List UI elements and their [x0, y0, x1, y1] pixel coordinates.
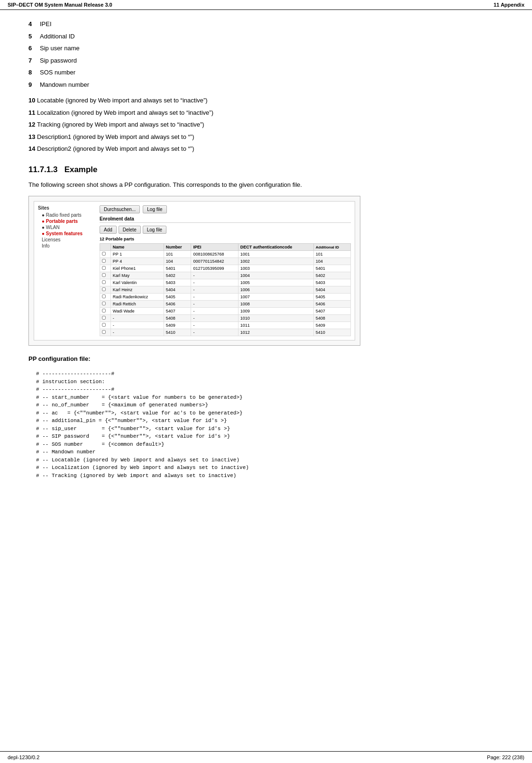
bold-num-11: 11 [28, 109, 37, 116]
ss-col-ipei: IPEI [191, 244, 238, 251]
ss-table-header-row: Name Number IPEI DECT authenticationcode… [100, 244, 351, 251]
sidebar-item-system[interactable]: ● System features [42, 231, 95, 236]
cell-addid: 5403 [313, 279, 350, 286]
bold-text-13: Description1 (ignored by Web import and … [37, 133, 194, 140]
cell-addid: 104 [313, 258, 350, 265]
bold-item-10: 10 Locatable (ignored by Web import and … [28, 96, 504, 105]
screenshot-inner: Sites ● Radio fixed parts ● Portable par… [34, 201, 355, 340]
cell-number: 5403 [164, 279, 191, 286]
cell-auth: 1011 [238, 322, 313, 329]
cell-addid: 5401 [313, 265, 350, 272]
ss-main-area: Durchsuchen... Log file Enrolment data A… [100, 205, 351, 336]
ss-sidebar-nav: ● Radio fixed parts ● Portable parts ● W… [38, 212, 95, 248]
cell-number: 5408 [164, 315, 191, 322]
sidebar-item-radio-fixed[interactable]: ● Radio fixed parts [42, 212, 95, 218]
pp-config-title: PP configuration file: [28, 355, 504, 362]
cell-name: - [110, 322, 164, 329]
item-num-8: 8 [28, 68, 40, 77]
list-item-7: 7 Sip password [28, 56, 504, 65]
cell-check[interactable] [100, 315, 111, 322]
cell-check[interactable] [100, 322, 111, 329]
list-item-8: 8 SOS number [28, 68, 504, 77]
cell-check[interactable] [100, 294, 111, 301]
bold-items-container: 10 Locatable (ignored by Web import and … [28, 96, 504, 154]
cell-check[interactable] [100, 251, 111, 258]
cell-ipei: - [191, 315, 238, 322]
cell-name: Kiel Phone1 [110, 265, 164, 272]
cell-number: 5401 [164, 265, 191, 272]
item-text-9: Mandown number [40, 80, 89, 90]
cell-number: 101 [164, 251, 191, 258]
cell-auth: 1009 [238, 308, 313, 315]
item-text-8: SOS number [40, 68, 75, 77]
sidebar-item-licenses[interactable]: Licenses [42, 237, 95, 242]
table-row: Karl Heinz 5404 - 1006 5404 [100, 286, 351, 294]
cell-name: PP 4 [110, 258, 164, 265]
ss-browse-button[interactable]: Durchsuchen... [100, 205, 140, 213]
bold-text-10: Locatable (ignored by Web import and alw… [37, 97, 208, 104]
cell-addid: 5408 [313, 315, 350, 322]
footer-right: Page: 222 (238) [487, 754, 524, 760]
cell-check[interactable] [100, 279, 111, 286]
sidebar-item-wlan-label: WLAN [46, 225, 60, 230]
bold-item-13: 13 Description1 (ignored by Web import a… [28, 132, 504, 142]
item-num-7: 7 [28, 56, 40, 65]
cell-name: Karl May [110, 272, 164, 279]
cell-addid: 5405 [313, 294, 350, 301]
bold-text-14: Description2 (ignored by Web import and … [37, 145, 194, 152]
cell-ipei: - [191, 322, 238, 329]
item-num-4: 4 [28, 19, 40, 29]
sidebar-item-info[interactable]: Info [42, 243, 95, 248]
sidebar-item-licenses-label: Licenses [42, 237, 60, 242]
cell-check[interactable] [100, 329, 111, 336]
bold-item-14: 14 Description2 (ignored by Web import a… [28, 144, 504, 154]
cell-check[interactable] [100, 258, 111, 265]
sidebar-item-portable-label: Portable parts [46, 219, 78, 224]
cell-auth: 1002 [238, 258, 313, 265]
sidebar-item-system-label: System features [46, 231, 83, 236]
cell-name: - [110, 315, 164, 322]
item-num-5: 5 [28, 32, 40, 41]
cell-name: Radi Radenkowicz [110, 294, 164, 301]
sidebar-item-portable[interactable]: ● Portable parts [42, 219, 95, 224]
cell-auth: 1008 [238, 301, 313, 308]
cell-ipei: - [191, 272, 238, 279]
code-block: # ----------------------# # instruction … [28, 366, 504, 483]
sidebar-item-wlan[interactable]: ● WLAN [42, 225, 95, 230]
list-item-6: 6 Sip user name [28, 44, 504, 53]
numbered-list: 4 IPEI 5 Additional ID 6 Sip user name 7… [28, 19, 504, 89]
ss-delete-button[interactable]: Delete [119, 226, 141, 234]
cell-check[interactable] [100, 265, 111, 272]
ss-col-auth: DECT authenticationcode [238, 244, 313, 251]
cell-ipei: - [191, 294, 238, 301]
ss-table-count: 12 Portable parts [100, 237, 351, 241]
cell-check[interactable] [100, 308, 111, 315]
cell-ipei: 0081008625768 [191, 251, 238, 258]
ss-col-name: Name [110, 244, 164, 251]
cell-number: 5409 [164, 322, 191, 329]
section-heading: 11.7.1.3 Example [28, 165, 504, 175]
section-description: The following screen shot shows a PP con… [28, 180, 504, 190]
ss-action-buttons: Add Delete Log file [100, 226, 351, 234]
ss-table-body: PP 1 101 0081008625768 1001 101 PP 4 104… [100, 251, 351, 336]
ss-add-button[interactable]: Add [100, 226, 117, 234]
bold-num-14: 14 [28, 145, 37, 152]
ss-col-check [100, 244, 111, 251]
sidebar-item-radio-fixed-label: Radio fixed parts [46, 212, 82, 218]
item-num-9: 9 [28, 80, 40, 90]
cell-check[interactable] [100, 301, 111, 308]
cell-name: Karl Valentin [110, 279, 164, 286]
ss-sites-label: Sites [38, 205, 95, 211]
ss-sidebar: Sites ● Radio fixed parts ● Portable par… [38, 205, 95, 249]
cell-check[interactable] [100, 286, 111, 294]
table-row: Karl May 5402 - 1004 5402 [100, 272, 351, 279]
ss-log-button[interactable]: Log file [143, 226, 166, 234]
section-number: 11.7.1.3 [28, 165, 57, 174]
cell-check[interactable] [100, 272, 111, 279]
cell-number: 5406 [164, 301, 191, 308]
cell-ipei: - [191, 279, 238, 286]
cell-auth: 1004 [238, 272, 313, 279]
ss-logfile-button[interactable]: Log file [143, 205, 166, 213]
cell-addid: 5402 [313, 272, 350, 279]
cell-auth: 1006 [238, 286, 313, 294]
